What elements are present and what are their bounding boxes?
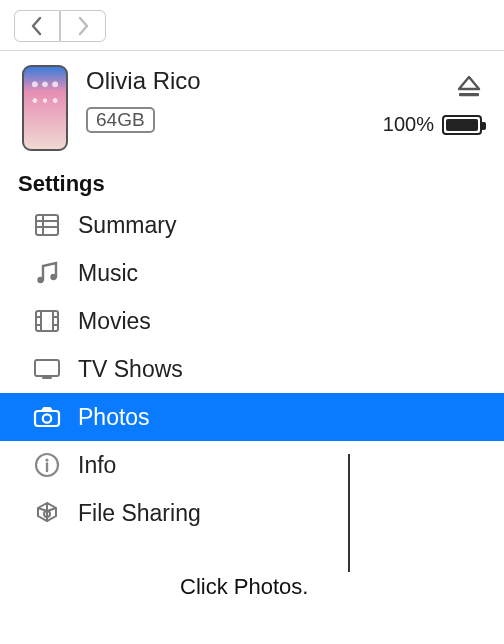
sidebar-item-label: Summary <box>78 212 176 239</box>
sidebar-item-summary[interactable]: Summary <box>0 201 504 249</box>
sidebar-item-music[interactable]: Music <box>0 249 504 297</box>
callout-leader-line <box>348 454 350 572</box>
capacity-badge: 64GB <box>86 107 155 133</box>
svg-rect-1 <box>36 215 58 235</box>
sidebar-item-info[interactable]: Info <box>0 441 504 489</box>
sidebar-item-label: Photos <box>78 404 150 431</box>
navigation-segment <box>14 10 106 42</box>
photos-icon <box>32 406 62 428</box>
sidebar-item-label: File Sharing <box>78 500 201 527</box>
device-thumbnail <box>22 65 68 151</box>
battery-status: 100% <box>383 113 482 136</box>
toolbar <box>0 0 504 51</box>
forward-button[interactable] <box>60 10 106 42</box>
svg-rect-7 <box>36 311 58 331</box>
eject-button[interactable] <box>456 75 482 99</box>
summary-icon <box>32 213 62 237</box>
sidebar-item-label: Music <box>78 260 138 287</box>
svg-point-5 <box>37 277 43 283</box>
back-button[interactable] <box>14 10 60 42</box>
settings-list: Summary Music Movies TV Shows Photos Inf… <box>0 201 504 537</box>
callout-text: Click Photos. <box>180 574 308 600</box>
svg-point-6 <box>50 274 56 280</box>
filesharing-icon <box>32 500 62 526</box>
svg-point-19 <box>45 458 48 461</box>
svg-rect-0 <box>459 93 479 96</box>
battery-label: 100% <box>383 113 434 136</box>
settings-heading: Settings <box>0 159 504 201</box>
svg-rect-14 <box>35 360 59 376</box>
sidebar-item-movies[interactable]: Movies <box>0 297 504 345</box>
sidebar-item-label: TV Shows <box>78 356 183 383</box>
svg-point-17 <box>43 414 51 422</box>
music-icon <box>32 260 62 286</box>
device-header: Olivia Rico 64GB 100% <box>0 51 504 159</box>
device-name: Olivia Rico <box>86 67 383 95</box>
sidebar-item-filesharing[interactable]: File Sharing <box>0 489 504 537</box>
battery-icon <box>442 115 482 135</box>
sidebar-item-label: Movies <box>78 308 151 335</box>
tvshows-icon <box>32 358 62 380</box>
sidebar-item-tvshows[interactable]: TV Shows <box>0 345 504 393</box>
sidebar-item-photos[interactable]: Photos <box>0 393 504 441</box>
info-icon <box>32 452 62 478</box>
sidebar-item-label: Info <box>78 452 116 479</box>
movies-icon <box>32 309 62 333</box>
